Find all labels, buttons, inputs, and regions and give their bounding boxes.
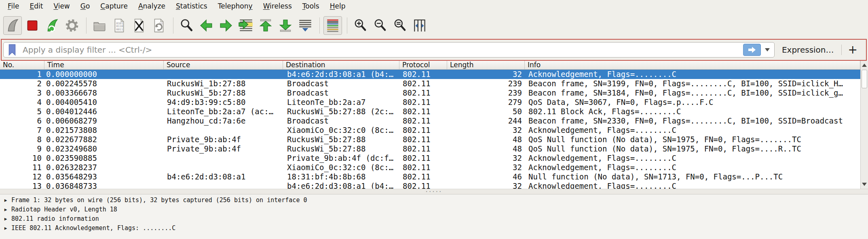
column-header-destination[interactable]: Destination — [283, 61, 399, 69]
cell-destination: XiaomiCo_0c:32:c0 (8c:… — [283, 163, 399, 172]
menu-view[interactable]: View — [48, 0, 75, 12]
menu-statistics[interactable]: Statistics — [171, 0, 213, 12]
file-close-button[interactable] — [130, 16, 148, 35]
packet-row[interactable]: 10.000000000b4:e6:2d:d3:08:a1 (b4:…802.1… — [0, 70, 860, 79]
display-filter-bar[interactable] — [3, 42, 775, 58]
cell-length: 279 — [447, 98, 525, 107]
packet-list-scrollbar[interactable] — [860, 61, 868, 189]
packet-row[interactable]: 60.006068279Hangzhou_cd:7a:6eBroadcast80… — [0, 116, 860, 126]
cell-destination: LiteonTe_bb:2a:a7 — [283, 98, 399, 107]
cell-info: Beacon frame, SN=2330, FN=0, Flags=.....… — [525, 116, 860, 126]
menu-bar: FileEditViewGoCaptureAnalyzeStatisticsTe… — [0, 0, 868, 12]
packet-row[interactable]: 90.023249680Private_9b:ab:4fRuckusWi_5b:… — [0, 144, 860, 154]
toolbar-separator — [319, 17, 320, 34]
zoom-in-button[interactable] — [351, 16, 370, 35]
packet-row[interactable]: 110.026328237XiaomiCo_0c:32:c0 (8c:…802.… — [0, 163, 860, 172]
go-forward-button[interactable] — [217, 16, 235, 35]
auto-scroll-button[interactable] — [296, 16, 315, 35]
capture-options-button[interactable] — [63, 16, 81, 35]
file-open-button[interactable] — [90, 16, 109, 35]
scroll-down-arrow-icon[interactable] — [862, 183, 867, 186]
column-header-info[interactable]: Info — [525, 61, 860, 69]
capture-stop-button[interactable] — [23, 16, 42, 35]
add-filter-button[interactable]: + — [848, 44, 857, 55]
menu-analyze[interactable]: Analyze — [133, 0, 171, 12]
detail-tree-row[interactable]: ▶Radiotap Header v0, Length 18 — [0, 205, 868, 214]
cell-protocol: 802.11 — [399, 107, 447, 116]
packet-row[interactable]: 80.022677882Private_9b:ab:4fRuckusWi_5b:… — [0, 135, 860, 144]
pane-splitter[interactable]: ····· — [0, 189, 868, 194]
cell-source: LiteonTe_bb:2a:a7 (ac:… — [164, 107, 283, 116]
detail-row-text: 802.11 radio information — [11, 214, 99, 224]
file-save-button[interactable]: 0101 0110 0011 — [110, 16, 129, 35]
colorize-packets-button[interactable] — [323, 16, 342, 35]
save-document-icon: 0101 0110 0011 — [112, 18, 127, 33]
menu-telephony[interactable]: Telephony — [213, 0, 258, 12]
go-to-packet-button[interactable] — [237, 16, 255, 35]
menu-tools[interactable]: Tools — [297, 0, 325, 12]
cell-time: 0.004012446 — [44, 107, 164, 116]
cell-destination: RuckusWi_5b:27:88 — [283, 135, 399, 144]
first-packet-arrow-icon — [258, 18, 273, 33]
cell-info: Acknowledgement, Flags=........C — [525, 70, 860, 79]
scrollbar-thumb[interactable] — [862, 70, 867, 88]
cell-destination: XiaomiCo_0c:32:c0 (8c:… — [283, 126, 399, 135]
cell-time: 0.000000000 — [44, 70, 164, 79]
scroll-up-arrow-icon[interactable] — [862, 64, 867, 67]
go-first-packet-button[interactable] — [256, 16, 275, 35]
filter-apply-button[interactable] — [743, 44, 761, 56]
zoom-original-button[interactable] — [391, 16, 409, 35]
expression-button[interactable]: Expression… — [782, 45, 834, 55]
menu-edit[interactable]: Edit — [24, 0, 48, 12]
capture-start-button[interactable] — [3, 16, 22, 35]
packet-row[interactable]: 20.002245578RuckusWi_1b:27:88Broadcast80… — [0, 79, 860, 88]
packet-row[interactable]: 120.035648293b4:e6:2d:d3:08:a118:31:bf:4… — [0, 172, 860, 181]
file-reload-button[interactable]: 101 — [150, 16, 168, 35]
cell-protocol: 802.11 — [399, 98, 447, 107]
menu-go[interactable]: Go — [75, 0, 95, 12]
column-header-time[interactable]: Time — [44, 61, 164, 69]
menu-capture[interactable]: Capture — [95, 0, 133, 12]
cell-source: 94:d9:b3:99:c5:80 — [164, 98, 283, 107]
toolbar-separator — [86, 17, 87, 34]
toolbar-separator — [173, 17, 173, 34]
packet-row[interactable]: 70.021573808XiaomiCo_0c:32:c0 (8c:…802.1… — [0, 126, 860, 135]
menu-file[interactable]: File — [2, 0, 24, 12]
zoom-out-button[interactable] — [371, 16, 389, 35]
column-header-length[interactable]: Length — [447, 61, 525, 69]
cell-source — [164, 181, 283, 189]
cell-length: 32 — [447, 181, 525, 189]
stop-square-icon — [25, 18, 40, 33]
cell-time: 0.004005410 — [44, 98, 164, 107]
cell-source — [164, 70, 283, 79]
auto-scroll-icon — [298, 18, 313, 33]
cell-destination: RuckusWi_5b:27:88 (2c:… — [283, 107, 399, 116]
cell-length: 46 — [447, 172, 525, 181]
column-header-source[interactable]: Source — [164, 61, 283, 69]
display-filter-input[interactable] — [22, 45, 743, 55]
column-header-no[interactable]: No. — [0, 61, 44, 69]
menu-help[interactable]: Help — [325, 0, 351, 12]
cell-info: QoS Data, SN=3067, FN=0, Flags=.p....F.C — [525, 98, 860, 107]
go-back-button[interactable] — [197, 16, 215, 35]
go-last-packet-button[interactable] — [276, 16, 295, 35]
cell-time: 0.006068279 — [44, 116, 164, 126]
packet-row[interactable]: 100.023590885Private_9b:ab:4f (dc:f…802.… — [0, 154, 860, 163]
find-packet-button[interactable] — [177, 16, 196, 35]
detail-tree-row[interactable]: ▶Frame 1: 32 bytes on wire (256 bits), 3… — [0, 196, 868, 205]
packet-row[interactable]: 30.003366678RuckusWi_5b:27:88Broadcast80… — [0, 88, 860, 98]
packet-row[interactable]: 40.00400541094:d9:b3:99:c5:80LiteonTe_bb… — [0, 98, 860, 107]
column-header-protocol[interactable]: Protocol — [399, 61, 447, 69]
detail-tree-row[interactable]: ▶802.11 radio information — [0, 214, 868, 224]
resize-columns-button[interactable] — [410, 16, 429, 35]
cell-length: 32 — [447, 163, 525, 172]
cell-time: 0.022677882 — [44, 135, 164, 144]
cell-destination: Private_9b:ab:4f (dc:f… — [283, 154, 399, 163]
capture-restart-button[interactable] — [43, 16, 61, 35]
detail-tree-row[interactable]: ▶IEEE 802.11 Acknowledgement, Flags: ...… — [0, 224, 868, 233]
packet-row[interactable]: 50.004012446LiteonTe_bb:2a:a7 (ac:…Rucku… — [0, 107, 860, 116]
filter-dropdown-caret[interactable] — [765, 48, 770, 51]
resize-columns-icon — [412, 18, 427, 33]
menu-wireless[interactable]: Wireless — [258, 0, 297, 12]
filter-bookmark-icon[interactable] — [7, 44, 17, 56]
